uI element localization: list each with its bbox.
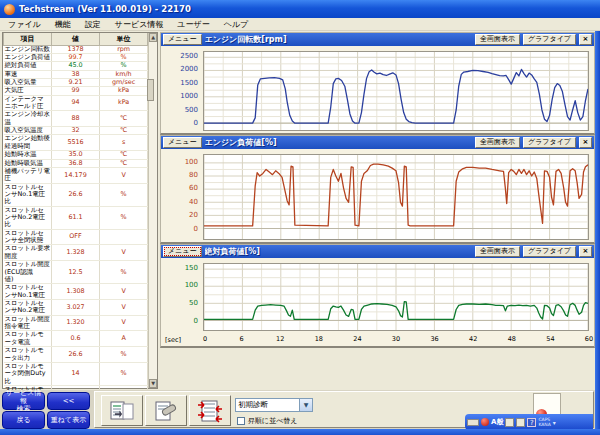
cell-name: スロットルモータ出力 [4,347,52,363]
table-row[interactable]: スロットルセンサNo.1電圧比26.6% [4,183,148,206]
ime-help-icon[interactable]: ? [527,418,536,427]
chart-absload-y-axis: 050100150 [161,263,203,331]
cell-unit: % [100,347,148,363]
cell-name: スロットルセンサNo.1電圧 [4,284,52,300]
ime-mode-label[interactable]: A般 [491,417,503,427]
title-bar[interactable]: Techstream (Ver 11.00.019) - 22170 [0,0,600,18]
table-row[interactable]: スロットルセンサNo.2電圧3.027V [4,300,148,316]
ime-status-icon[interactable] [481,418,489,426]
chart-load-header: メニュー エンジン負荷値[%] 全画面表示 グラフタイプ × [161,136,594,149]
table-row[interactable]: エンジン始動後経過時間5516s [4,135,148,151]
scroll-down-icon[interactable]: ▼ [149,379,157,388]
cell-unit: V [100,315,148,331]
chart-load-menu-button[interactable]: メニュー [163,137,202,148]
table-row[interactable]: 吸入空気温度32℃ [4,127,148,135]
table-row[interactable]: 始動時水温35.0℃ [4,151,148,159]
column-header-unit[interactable]: 単位 [100,33,148,45]
cell-name: スロットル開度(ECU認識 値) [4,261,52,284]
table-row[interactable]: スロットルモータ電流0.6A [4,331,148,347]
cell-value: 0.6 [52,331,100,347]
chart-absload-menu-button[interactable]: メニュー [163,246,202,257]
table-row[interactable]: インテークマニホールド圧94kPa [4,95,148,111]
menu-function[interactable]: 機能 [55,19,71,30]
table-row[interactable]: スロットルモータ出力26.6% [4,347,148,363]
y-axis-label: 20 [189,211,198,219]
ime-caps-kana[interactable]: CAPS KANA [538,417,550,427]
chart-absload-graphtype-button[interactable]: グラフタイプ [523,246,576,257]
table-row[interactable]: 大気圧99kPa [4,87,148,95]
table-row[interactable]: 車速38km/h [4,70,148,78]
y-axis-label: 40 [189,198,198,206]
ime-language-bar[interactable]: A般 ? CAPS KANA ▾ [465,414,593,430]
table-row[interactable]: エンジン負荷値99.7% [4,53,148,61]
cell-name: 絶対負荷値 [4,62,52,70]
cell-unit: ℃ [100,159,148,167]
cell-unit: s [100,135,148,151]
data-list-view-button[interactable] [101,395,143,426]
chart-rpm-fullscreen-button[interactable]: 全画面表示 [475,34,520,45]
cell-name: スロットルセンサNo.2電圧 [4,300,52,316]
table-row[interactable]: スロットル開度(ECU認識 値)12.5% [4,261,148,284]
table-row[interactable]: 補機バッテリ電圧14.179V [4,167,148,183]
cell-name: エンジン回転数 [4,45,52,53]
chart-rpm-close-icon[interactable]: × [579,34,592,45]
table-row[interactable]: スロットルモータ閉側Duty比14% [4,362,148,385]
cell-unit: % [100,362,148,385]
table-row[interactable]: スロットルセンサNo.1電圧1.308V [4,284,148,300]
dropdown-value: 初期診断 [236,399,299,411]
menu-service-info[interactable]: サービス情報 [115,19,164,30]
table-row[interactable]: エンジン回転数1378rpm [4,45,148,53]
cell-unit: % [100,206,148,229]
ime-options-chevron-icon[interactable]: ▾ [553,419,556,426]
chart-rpm-menu-button[interactable]: メニュー [163,34,202,45]
diagnosis-mode-dropdown[interactable]: 初期診断 ▼ [235,398,313,412]
menu-settings[interactable]: 設定 [85,19,101,30]
scroll-up-icon[interactable]: ▲ [149,33,157,42]
cell-unit: ℃ [100,111,148,127]
overlay-display-button[interactable]: 重ねて表示 [47,411,90,429]
sort-ascending-label: 昇順に並べ替え [248,416,298,426]
cell-value: 9.21 [52,78,100,86]
chart-absload-close-icon[interactable]: × [579,246,592,257]
sort-ascending-checkbox[interactable] [237,417,245,425]
column-header-value[interactable]: 値 [52,33,100,45]
table-row[interactable]: エンジン冷却水温88℃ [4,111,148,127]
table-row[interactable]: スロットル要求開度1.328V [4,245,148,261]
chart-rpm-y-axis: 05001000150020002500 [161,51,203,131]
table-row[interactable]: 始動時吸気温36.8℃ [4,159,148,167]
chart-load-graphtype-button[interactable]: グラフタイプ [523,137,576,148]
back-button[interactable]: 戻る [2,411,45,429]
cell-unit: ℃ [100,127,148,135]
table-row[interactable]: 絶対負荷値45.0% [4,62,148,70]
table-row[interactable]: スロットルセンサNo.2電圧比61.1% [4,206,148,229]
chart-rpm-graphtype-button[interactable]: グラフタイプ [523,34,576,45]
table-row[interactable]: 吸入空気量9.21gm/sec [4,78,148,86]
record-data-button[interactable] [145,395,187,426]
chevron-down-icon[interactable]: ▼ [299,399,312,411]
column-header-item[interactable]: 項目 [4,33,52,45]
cell-unit: V [100,167,148,183]
keyboard-icon[interactable] [467,419,479,426]
menu-help[interactable]: ヘルプ [224,19,249,30]
chart-load-fullscreen-button[interactable]: 全画面表示 [475,137,520,148]
chart-load-close-icon[interactable]: × [579,137,592,148]
cell-value: 1378 [52,45,100,53]
ime-tools-icon[interactable] [516,418,525,427]
techstream-window: Techstream (Ver 11.00.019) - 22170 ファイル … [0,0,600,435]
table-row[interactable]: スロットル開度指令電圧1.320V [4,315,148,331]
sort-ascending-option[interactable]: 昇順に並べ替え [237,416,298,426]
compare-data-button[interactable] [189,395,231,426]
ime-dictionary-icon[interactable] [505,418,514,427]
menu-user[interactable]: ユーザー [177,19,209,30]
cell-name: スロットルセンサNo.1電圧比 [4,183,52,206]
scrollbar-thumb[interactable] [147,79,154,101]
y-axis-label: 80 [189,171,198,179]
menu-file[interactable]: ファイル [8,19,41,30]
y-axis-label: 50 [189,299,198,307]
collapse-button[interactable]: << [47,392,90,410]
service-info-search-button[interactable]: サービス情報 検索 [2,392,45,410]
y-axis-label: 100 [185,281,198,289]
table-row[interactable]: スロットルセンサ全閉状態OFF [4,229,148,245]
chart-absload-fullscreen-button[interactable]: 全画面表示 [475,246,520,257]
cell-unit [100,229,148,245]
